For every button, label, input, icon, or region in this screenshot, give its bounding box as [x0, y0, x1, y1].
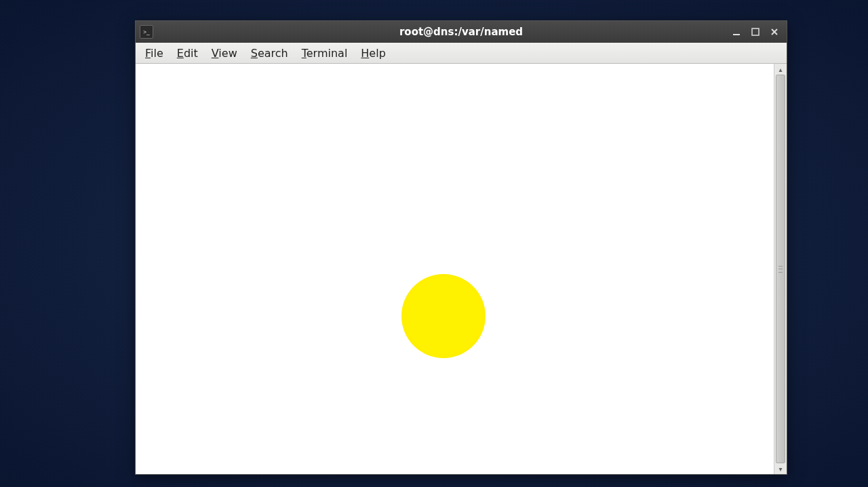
svg-rect-0	[733, 34, 740, 35]
window-controls	[730, 25, 787, 39]
menu-edit[interactable]: Edit	[172, 45, 203, 61]
menu-help[interactable]: Help	[355, 45, 391, 61]
terminal-content[interactable]	[136, 64, 774, 474]
menu-terminal[interactable]: Terminal	[296, 45, 353, 61]
terminal-app-icon	[140, 25, 153, 39]
scroll-up-icon[interactable]: ▴	[774, 64, 787, 75]
menu-view[interactable]: View	[206, 45, 243, 61]
scroll-down-icon[interactable]: ▾	[774, 463, 787, 474]
menu-file[interactable]: File	[140, 45, 169, 61]
svg-rect-1	[752, 28, 759, 35]
menubar: File Edit View Search Terminal Help	[136, 43, 787, 64]
menu-search[interactable]: Search	[245, 45, 294, 61]
close-button[interactable]	[768, 25, 781, 39]
maximize-button[interactable]	[749, 25, 762, 39]
terminal-window: root@dns:/var/named File Edit View Searc…	[135, 20, 787, 475]
scroll-thumb[interactable]	[776, 75, 785, 463]
terminal-area: ▴ ▾	[136, 64, 787, 474]
scrollbar[interactable]: ▴ ▾	[774, 64, 787, 474]
titlebar[interactable]: root@dns:/var/named	[136, 21, 787, 43]
minimize-button[interactable]	[730, 25, 743, 39]
window-title: root@dns:/var/named	[399, 26, 523, 38]
